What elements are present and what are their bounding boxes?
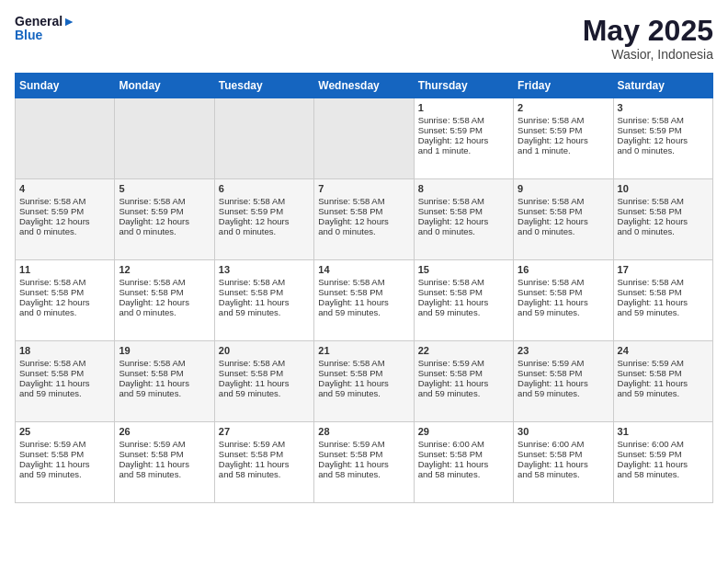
sunrise-text: Sunrise: 5:58 AM (518, 196, 609, 206)
sunset-text: Sunset: 5:59 PM (518, 125, 609, 135)
sunset-text: Sunset: 5:58 PM (318, 206, 409, 216)
sunset-text: Sunset: 5:59 PM (618, 449, 709, 459)
daylight-text-line1: Daylight: 12 hours (19, 216, 110, 226)
sunrise-text: Sunrise: 6:00 AM (618, 439, 709, 449)
calendar-cell: 31Sunrise: 6:00 AMSunset: 5:59 PMDayligh… (613, 422, 712, 503)
calendar-cell (314, 98, 414, 179)
day-number: 30 (518, 426, 609, 437)
day-number: 10 (618, 183, 709, 194)
sunrise-text: Sunrise: 5:58 AM (418, 196, 509, 206)
daylight-text-line2: and 59 minutes. (119, 388, 210, 398)
day-header-friday: Friday (514, 74, 613, 98)
sunrise-text: Sunrise: 5:58 AM (219, 196, 310, 206)
calendar-cell: 30Sunrise: 6:00 AMSunset: 5:58 PMDayligh… (514, 422, 613, 503)
sunrise-text: Sunrise: 5:58 AM (618, 196, 709, 206)
calendar-cell: 22Sunrise: 5:59 AMSunset: 5:58 PMDayligh… (414, 341, 513, 422)
sunset-text: Sunset: 5:58 PM (418, 287, 509, 297)
sunset-text: Sunset: 5:59 PM (219, 206, 310, 216)
sunrise-text: Sunrise: 5:58 AM (119, 277, 210, 287)
sunrise-text: Sunrise: 5:59 AM (318, 439, 409, 449)
daylight-text-line1: Daylight: 12 hours (418, 135, 509, 145)
sunset-text: Sunset: 5:58 PM (418, 449, 509, 459)
sunrise-text: Sunrise: 5:58 AM (19, 277, 110, 287)
sunrise-text: Sunrise: 5:59 AM (19, 439, 110, 449)
daylight-text-line2: and 59 minutes. (618, 388, 709, 398)
daylight-text-line2: and 0 minutes. (19, 226, 110, 236)
day-number: 20 (219, 345, 310, 356)
calendar-cell: 6Sunrise: 5:58 AMSunset: 5:59 PMDaylight… (214, 179, 313, 260)
daylight-text-line2: and 1 minute. (418, 145, 509, 155)
calendar-cell (16, 98, 115, 179)
day-number: 27 (219, 426, 310, 437)
day-number: 6 (219, 183, 310, 194)
daylight-text-line2: and 58 minutes. (418, 469, 509, 479)
daylight-text-line1: Daylight: 12 hours (518, 216, 609, 226)
sunrise-text: Sunrise: 5:59 AM (418, 358, 509, 368)
daylight-text-line2: and 59 minutes. (318, 307, 409, 317)
day-number: 12 (119, 264, 210, 275)
calendar-cell: 13Sunrise: 5:58 AMSunset: 5:58 PMDayligh… (214, 260, 313, 341)
day-header-thursday: Thursday (414, 74, 513, 98)
calendar-cell: 1Sunrise: 5:58 AMSunset: 5:59 PMDaylight… (414, 98, 513, 179)
daylight-text-line1: Daylight: 12 hours (318, 216, 409, 226)
calendar-cell: 24Sunrise: 5:59 AMSunset: 5:58 PMDayligh… (613, 341, 712, 422)
daylight-text-line1: Daylight: 11 hours (518, 297, 609, 307)
title-block: May 2025 Wasior, Indonesia (583, 15, 713, 62)
sunset-text: Sunset: 5:58 PM (518, 206, 609, 216)
sunset-text: Sunset: 5:58 PM (418, 368, 509, 378)
daylight-text-line1: Daylight: 11 hours (19, 459, 110, 469)
sunrise-text: Sunrise: 5:58 AM (318, 358, 409, 368)
daylight-text-line1: Daylight: 11 hours (618, 378, 709, 388)
sunrise-text: Sunrise: 5:58 AM (518, 277, 609, 287)
day-number: 28 (318, 426, 409, 437)
daylight-text-line1: Daylight: 11 hours (219, 378, 310, 388)
day-number: 2 (518, 102, 609, 113)
sunset-text: Sunset: 5:58 PM (219, 449, 310, 459)
calendar-table: SundayMondayTuesdayWednesdayThursdayFrid… (15, 73, 713, 503)
daylight-text-line1: Daylight: 11 hours (518, 378, 609, 388)
sunset-text: Sunset: 5:58 PM (219, 287, 310, 297)
sunrise-text: Sunrise: 5:58 AM (618, 115, 709, 125)
day-number: 8 (418, 183, 509, 194)
sunset-text: Sunset: 5:59 PM (618, 125, 709, 135)
location: Wasior, Indonesia (583, 47, 713, 62)
daylight-text-line1: Daylight: 12 hours (119, 216, 210, 226)
calendar-cell: 14Sunrise: 5:58 AMSunset: 5:58 PMDayligh… (314, 260, 414, 341)
sunrise-text: Sunrise: 5:58 AM (618, 277, 709, 287)
calendar-week-row: 18Sunrise: 5:58 AMSunset: 5:58 PMDayligh… (16, 341, 713, 422)
calendar-cell: 17Sunrise: 5:58 AMSunset: 5:58 PMDayligh… (613, 260, 712, 341)
daylight-text-line1: Daylight: 12 hours (618, 216, 709, 226)
day-number: 17 (618, 264, 709, 275)
sunset-text: Sunset: 5:58 PM (219, 368, 310, 378)
daylight-text-line2: and 0 minutes. (19, 307, 110, 317)
daylight-text-line1: Daylight: 11 hours (518, 459, 609, 469)
calendar-week-row: 25Sunrise: 5:59 AMSunset: 5:58 PMDayligh… (16, 422, 713, 503)
day-number: 22 (418, 345, 509, 356)
daylight-text-line2: and 58 minutes. (618, 469, 709, 479)
sunrise-text: Sunrise: 5:58 AM (318, 196, 409, 206)
daylight-text-line1: Daylight: 11 hours (219, 297, 310, 307)
daylight-text-line2: and 0 minutes. (618, 145, 709, 155)
calendar-cell: 19Sunrise: 5:58 AMSunset: 5:58 PMDayligh… (115, 341, 214, 422)
calendar-cell: 9Sunrise: 5:58 AMSunset: 5:58 PMDaylight… (514, 179, 613, 260)
calendar-cell: 25Sunrise: 5:59 AMSunset: 5:58 PMDayligh… (16, 422, 115, 503)
page-header: General► Blue May 2025 Wasior, Indonesia (15, 15, 713, 62)
daylight-text-line2: and 58 minutes. (518, 469, 609, 479)
day-number: 21 (318, 345, 409, 356)
calendar-week-row: 4Sunrise: 5:58 AMSunset: 5:59 PMDaylight… (16, 179, 713, 260)
daylight-text-line1: Daylight: 12 hours (418, 216, 509, 226)
calendar-cell: 16Sunrise: 5:58 AMSunset: 5:58 PMDayligh… (514, 260, 613, 341)
day-number: 18 (19, 345, 110, 356)
sunset-text: Sunset: 5:58 PM (19, 449, 110, 459)
daylight-text-line1: Daylight: 11 hours (119, 459, 210, 469)
calendar-cell: 29Sunrise: 6:00 AMSunset: 5:58 PMDayligh… (414, 422, 513, 503)
daylight-text-line1: Daylight: 11 hours (418, 378, 509, 388)
day-number: 9 (518, 183, 609, 194)
calendar-cell: 15Sunrise: 5:58 AMSunset: 5:58 PMDayligh… (414, 260, 513, 341)
daylight-text-line1: Daylight: 11 hours (19, 378, 110, 388)
sunset-text: Sunset: 5:58 PM (119, 287, 210, 297)
sunrise-text: Sunrise: 5:58 AM (19, 358, 110, 368)
daylight-text-line2: and 0 minutes. (119, 307, 210, 317)
daylight-text-line2: and 59 minutes. (418, 388, 509, 398)
logo: General► Blue (15, 15, 75, 43)
